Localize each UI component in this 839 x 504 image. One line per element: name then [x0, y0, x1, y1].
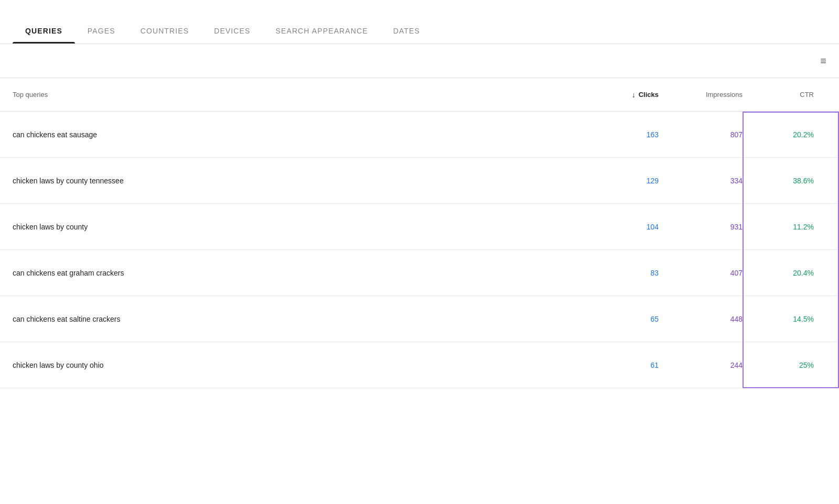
- table-container: Top queries ↓ Clicks Impressions CTR can…: [0, 78, 839, 388]
- impressions-value: 448: [659, 315, 743, 323]
- impressions-value: 931: [659, 223, 743, 231]
- query-text[interactable]: chicken laws by county ohio: [13, 361, 575, 369]
- table-row: chicken laws by county10493111.2%: [0, 204, 839, 250]
- table-row: can chickens eat sausage16380720.2%: [0, 112, 839, 158]
- ctr-value: 20.4%: [743, 269, 826, 277]
- clicks-value: 163: [575, 130, 659, 139]
- clicks-value: 129: [575, 177, 659, 185]
- table-header: Top queries ↓ Clicks Impressions CTR: [0, 78, 839, 112]
- impressions-value: 407: [659, 269, 743, 277]
- col-header-queries: Top queries: [13, 91, 575, 98]
- tab-search-appearance[interactable]: SEARCH APPEARANCE: [263, 27, 381, 43]
- query-text[interactable]: can chickens eat graham crackers: [13, 269, 575, 277]
- toolbar: ≡: [0, 44, 839, 78]
- query-text[interactable]: can chickens eat sausage: [13, 130, 575, 139]
- ctr-value: 14.5%: [743, 315, 826, 323]
- table-row: chicken laws by county tennessee12933438…: [0, 158, 839, 204]
- ctr-value: 38.6%: [743, 177, 826, 185]
- table-row: can chickens eat saltine crackers6544814…: [0, 296, 839, 342]
- query-text[interactable]: chicken laws by county tennessee: [13, 177, 575, 185]
- tab-devices[interactable]: DEVICES: [201, 27, 263, 43]
- table-row: chicken laws by county ohio6124425%: [0, 342, 839, 388]
- clicks-value: 61: [575, 361, 659, 369]
- impressions-value: 244: [659, 361, 743, 369]
- tabs-bar: QUERIESPAGESCOUNTRIESDEVICESSEARCH APPEA…: [0, 0, 839, 44]
- col-header-ctr[interactable]: CTR: [743, 91, 826, 98]
- query-text[interactable]: chicken laws by county: [13, 223, 575, 231]
- ctr-value: 20.2%: [743, 130, 826, 139]
- col-header-clicks[interactable]: ↓ Clicks: [575, 91, 659, 99]
- table-body: can chickens eat sausage16380720.2%chick…: [0, 112, 839, 388]
- impressions-value: 807: [659, 130, 743, 139]
- table-row: can chickens eat graham crackers8340720.…: [0, 250, 839, 296]
- clicks-value: 83: [575, 269, 659, 277]
- filter-icon[interactable]: ≡: [820, 55, 826, 67]
- tab-pages[interactable]: PAGES: [75, 27, 128, 43]
- tab-countries[interactable]: COUNTRIES: [128, 27, 202, 43]
- clicks-value: 104: [575, 223, 659, 231]
- col-header-impressions[interactable]: Impressions: [659, 91, 743, 98]
- tab-queries[interactable]: QUERIES: [13, 27, 75, 43]
- impressions-value: 334: [659, 177, 743, 185]
- ctr-value: 11.2%: [743, 223, 826, 231]
- sort-arrow-icon: ↓: [632, 91, 636, 99]
- clicks-value: 65: [575, 315, 659, 323]
- ctr-value: 25%: [743, 361, 826, 369]
- tab-dates[interactable]: DATES: [381, 27, 433, 43]
- query-text[interactable]: can chickens eat saltine crackers: [13, 315, 575, 323]
